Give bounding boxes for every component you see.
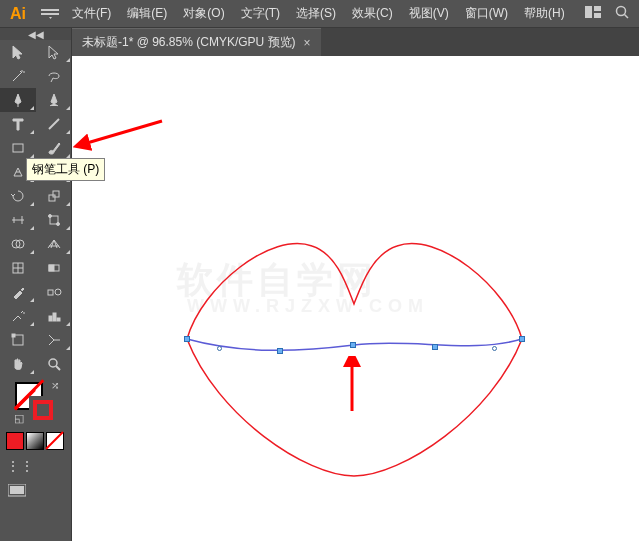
tool-curvature[interactable] bbox=[36, 88, 72, 112]
tool-free-transform[interactable] bbox=[36, 208, 72, 232]
color-none-button[interactable] bbox=[46, 432, 64, 450]
document-tab[interactable]: 未标题-1* @ 96.85% (CMYK/GPU 预览) × bbox=[72, 28, 321, 56]
svg-rect-24 bbox=[49, 316, 52, 321]
svg-rect-3 bbox=[594, 6, 601, 11]
svg-rect-1 bbox=[41, 13, 59, 15]
close-tab-icon[interactable]: × bbox=[304, 36, 311, 50]
draw-mode-icon[interactable]: ⋮⋮ bbox=[0, 452, 71, 480]
anchor-point[interactable] bbox=[432, 344, 438, 350]
document-title: 未标题-1* @ 96.85% (CMYK/GPU 预览) bbox=[82, 34, 296, 51]
menu-view[interactable]: 视图(V) bbox=[401, 5, 457, 22]
svg-rect-0 bbox=[41, 9, 59, 11]
document-tab-bar: 未标题-1* @ 96.85% (CMYK/GPU 预览) × bbox=[72, 28, 639, 56]
tool-column-graph[interactable] bbox=[36, 304, 72, 328]
svg-rect-4 bbox=[594, 13, 601, 18]
svg-rect-2 bbox=[585, 6, 592, 18]
tool-lasso[interactable] bbox=[36, 64, 72, 88]
bezier-handle[interactable] bbox=[217, 346, 222, 351]
svg-rect-22 bbox=[48, 290, 53, 295]
tool-line-segment[interactable] bbox=[36, 112, 72, 136]
search-icon[interactable] bbox=[615, 5, 629, 22]
tool-width[interactable] bbox=[0, 208, 36, 232]
svg-point-5 bbox=[617, 7, 626, 16]
tool-eyedropper[interactable] bbox=[0, 280, 36, 304]
anchor-point[interactable] bbox=[519, 336, 525, 342]
app-logo: Ai bbox=[0, 0, 36, 27]
menubar: Ai 文件(F) 编辑(E) 对象(O) 文字(T) 选择(S) 效果(C) 视… bbox=[0, 0, 639, 28]
svg-line-6 bbox=[625, 15, 629, 19]
bezier-handle[interactable] bbox=[492, 346, 497, 351]
tool-scale[interactable] bbox=[36, 184, 72, 208]
color-solid-button[interactable] bbox=[6, 432, 24, 450]
anchor-point[interactable] bbox=[277, 348, 283, 354]
svg-line-30 bbox=[56, 366, 60, 370]
tool-blend[interactable] bbox=[36, 280, 72, 304]
fill-stroke-swatch[interactable]: ⤮ ◱ bbox=[15, 382, 57, 424]
svg-line-33 bbox=[87, 121, 162, 143]
menu-effect[interactable]: 效果(C) bbox=[344, 5, 401, 22]
illustrator-window: Ai 文件(F) 编辑(E) 对象(O) 文字(T) 选择(S) 效果(C) 视… bbox=[0, 0, 639, 541]
tool-rotate[interactable] bbox=[0, 184, 36, 208]
menu-select[interactable]: 选择(S) bbox=[288, 5, 344, 22]
screen-mode-button[interactable] bbox=[0, 480, 71, 502]
svg-rect-10 bbox=[49, 195, 55, 201]
menu-items: 文件(F) 编辑(E) 对象(O) 文字(T) 选择(S) 效果(C) 视图(V… bbox=[64, 5, 573, 22]
menu-edit[interactable]: 编辑(E) bbox=[119, 5, 175, 22]
tool-artboard[interactable] bbox=[0, 328, 36, 352]
menu-window[interactable]: 窗口(W) bbox=[457, 5, 516, 22]
workspace-switcher-icon[interactable] bbox=[585, 6, 601, 21]
annotation-arrow-top bbox=[72, 111, 172, 151]
svg-line-7 bbox=[49, 119, 59, 129]
tool-shape-builder[interactable] bbox=[0, 232, 36, 256]
tool-pen[interactable] bbox=[0, 88, 36, 112]
svg-point-29 bbox=[49, 359, 57, 367]
svg-rect-26 bbox=[57, 318, 60, 321]
svg-point-13 bbox=[49, 215, 52, 218]
svg-rect-21 bbox=[49, 265, 54, 271]
tool-type[interactable] bbox=[0, 112, 36, 136]
menu-object[interactable]: 对象(O) bbox=[175, 5, 232, 22]
tool-zoom[interactable] bbox=[36, 352, 72, 376]
tool-slice[interactable] bbox=[36, 328, 72, 352]
tool-gradient[interactable] bbox=[36, 256, 72, 280]
tool-symbol-sprayer[interactable] bbox=[0, 304, 36, 328]
svg-rect-25 bbox=[53, 313, 56, 321]
svg-point-23 bbox=[55, 289, 61, 295]
panel-collapse-icon[interactable]: ◀◀ bbox=[0, 28, 71, 40]
tool-perspective-grid[interactable] bbox=[36, 232, 72, 256]
tool-paintbrush[interactable] bbox=[36, 136, 72, 160]
tools-panel: ◀◀ ⤮ ◱ ⋮⋮ bbox=[0, 28, 72, 541]
svg-rect-32 bbox=[10, 486, 24, 494]
svg-rect-8 bbox=[13, 144, 23, 152]
swap-fill-stroke-icon[interactable]: ⤮ bbox=[51, 380, 59, 391]
anchor-point[interactable] bbox=[184, 336, 190, 342]
app-menu-dropdown-icon[interactable] bbox=[36, 9, 64, 19]
color-mode-buttons bbox=[0, 430, 71, 452]
tool-direct-selection[interactable] bbox=[36, 40, 72, 64]
annotation-arrow-bottom bbox=[337, 356, 367, 416]
pen-tool-tooltip: 钢笔工具 (P) bbox=[26, 158, 105, 181]
tool-selection[interactable] bbox=[0, 40, 36, 64]
canvas[interactable]: 软件自学网 WWW.RJZXW.COM bbox=[72, 56, 639, 541]
tool-rectangle[interactable] bbox=[0, 136, 36, 160]
menu-help[interactable]: 帮助(H) bbox=[516, 5, 573, 22]
tool-hand[interactable] bbox=[0, 352, 36, 376]
svg-rect-28 bbox=[12, 334, 15, 337]
svg-point-14 bbox=[57, 223, 60, 226]
menu-file[interactable]: 文件(F) bbox=[64, 5, 119, 22]
svg-rect-11 bbox=[53, 191, 59, 197]
tool-mesh[interactable] bbox=[0, 256, 36, 280]
default-fill-stroke-icon[interactable]: ◱ bbox=[14, 412, 24, 425]
stroke-swatch[interactable] bbox=[29, 396, 57, 424]
menu-type[interactable]: 文字(T) bbox=[233, 5, 288, 22]
color-gradient-button[interactable] bbox=[26, 432, 44, 450]
tool-magic-wand[interactable] bbox=[0, 64, 36, 88]
anchor-point[interactable] bbox=[350, 342, 356, 348]
